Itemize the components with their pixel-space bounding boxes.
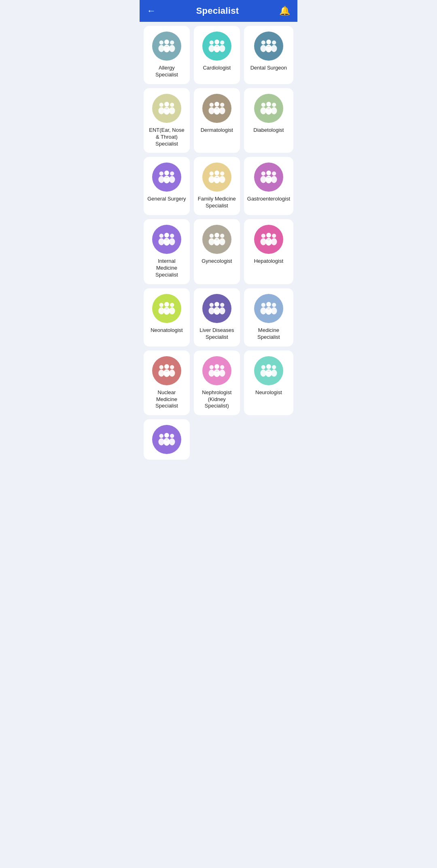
- specialist-icon-liver-diseases: [202, 294, 231, 323]
- svg-point-95: [169, 370, 175, 377]
- svg-point-66: [261, 234, 265, 238]
- specialist-label-gastroenterologist: Gastroenterologist: [247, 196, 290, 203]
- svg-point-64: [220, 234, 224, 238]
- svg-point-15: [265, 44, 272, 52]
- svg-point-112: [170, 434, 174, 438]
- svg-point-73: [158, 307, 164, 315]
- svg-point-87: [265, 307, 272, 315]
- specialist-label-cardiologist: Cardiologist: [203, 65, 231, 72]
- svg-point-82: [220, 303, 224, 307]
- specialist-icon-general-surgery: [152, 163, 181, 192]
- svg-point-0: [159, 40, 163, 44]
- svg-point-98: [214, 364, 219, 369]
- svg-point-54: [159, 234, 163, 238]
- specialist-card-internal-medicine[interactable]: Internal Medicine Specialist: [144, 219, 190, 284]
- svg-point-8: [214, 40, 219, 44]
- svg-point-90: [159, 365, 163, 369]
- svg-point-76: [170, 303, 174, 307]
- specialist-grid: Allergy Specialist Cardiologist Dent: [140, 22, 297, 464]
- specialist-label-hepatologist: Hepatologist: [254, 258, 283, 265]
- svg-point-53: [271, 176, 277, 184]
- specialist-card-nephrologist[interactable]: Nephrologist (Kidney Specialist): [194, 351, 240, 416]
- svg-point-104: [266, 364, 271, 369]
- svg-point-101: [219, 370, 225, 377]
- specialist-label-diabetologist: Diabetologist: [253, 127, 284, 134]
- svg-point-78: [209, 303, 213, 307]
- svg-point-88: [272, 303, 276, 307]
- specialist-card-diabetologist[interactable]: Diabetologist: [244, 88, 293, 153]
- svg-point-63: [214, 238, 220, 246]
- svg-point-89: [271, 307, 277, 315]
- svg-point-27: [214, 107, 220, 114]
- svg-point-17: [271, 45, 277, 52]
- back-button[interactable]: ←: [147, 6, 156, 16]
- specialist-card-dermatologist[interactable]: Dermatologist: [194, 88, 240, 153]
- specialist-card-neonatologist[interactable]: Neonatologist: [144, 288, 190, 346]
- specialist-icon-dermatologist: [202, 94, 231, 123]
- specialist-icon-neurologist: [254, 356, 283, 385]
- svg-point-21: [163, 107, 170, 114]
- specialist-card-cardiologist[interactable]: Cardiologist: [194, 26, 240, 84]
- specialist-label-neurologist: Neurologist: [255, 389, 282, 396]
- specialist-icon-hepatologist: [254, 225, 283, 254]
- svg-point-46: [220, 172, 224, 176]
- svg-point-30: [261, 103, 265, 107]
- svg-point-68: [266, 233, 271, 238]
- svg-point-37: [158, 176, 164, 184]
- specialist-label-family-medicine: Family Medicine Specialist: [197, 196, 237, 209]
- specialist-icon-ent: [152, 94, 181, 123]
- svg-point-45: [214, 176, 220, 184]
- svg-point-83: [219, 307, 225, 315]
- svg-point-71: [271, 238, 277, 245]
- specialist-card-medicine-specialist[interactable]: Medicine Specialist: [244, 288, 293, 346]
- specialist-card-gastroenterologist[interactable]: Gastroenterologist: [244, 157, 293, 215]
- svg-point-40: [170, 172, 174, 176]
- specialist-label-medicine-specialist: Medicine Specialist: [247, 327, 290, 341]
- specialist-card-neurologist[interactable]: Neurologist: [244, 351, 293, 416]
- page-title: Specialist: [196, 6, 239, 16]
- svg-point-109: [158, 438, 164, 446]
- svg-point-113: [169, 438, 175, 446]
- specialist-icon-dental-surgeon: [254, 32, 283, 61]
- svg-point-34: [272, 103, 276, 107]
- specialist-card-liver-diseases[interactable]: Liver Diseases Specialist: [194, 288, 240, 346]
- svg-point-39: [163, 176, 170, 184]
- svg-point-77: [169, 307, 175, 315]
- svg-point-60: [209, 234, 213, 238]
- specialist-card-hepatologist[interactable]: Hepatologist: [244, 219, 293, 284]
- specialist-card-dental-surgeon[interactable]: Dental Surgeon: [244, 26, 293, 84]
- svg-point-74: [164, 302, 169, 307]
- specialist-label-gynecologist: Gynecologist: [202, 258, 232, 265]
- svg-point-100: [220, 365, 224, 369]
- specialist-label-internal-medicine: Internal Medicine Specialist: [147, 258, 187, 279]
- specialist-label-nuclear-medicine: Nuclear Medicine Specialist: [147, 389, 187, 410]
- svg-point-58: [170, 234, 174, 238]
- svg-point-91: [158, 370, 164, 377]
- svg-point-102: [261, 365, 265, 369]
- svg-point-92: [164, 364, 169, 369]
- svg-point-86: [266, 302, 271, 307]
- specialist-label-liver-diseases: Liver Diseases Specialist: [197, 327, 237, 341]
- specialist-card-more[interactable]: [144, 419, 190, 460]
- specialist-label-neonatologist: Neonatologist: [151, 327, 183, 334]
- specialist-card-ent[interactable]: ENT(Ear, Nose & Throat) Specialist: [144, 88, 190, 153]
- specialist-card-gynecologist[interactable]: Gynecologist: [194, 219, 240, 284]
- specialist-card-family-medicine[interactable]: Family Medicine Specialist: [194, 157, 240, 215]
- svg-point-81: [214, 307, 220, 315]
- specialist-icon-medicine-specialist: [254, 294, 283, 323]
- svg-point-28: [220, 103, 224, 107]
- svg-point-48: [261, 172, 265, 176]
- svg-point-59: [169, 238, 175, 245]
- svg-point-93: [163, 369, 170, 377]
- specialist-card-allergy[interactable]: Allergy Specialist: [144, 26, 190, 84]
- specialist-card-nuclear-medicine[interactable]: Nuclear Medicine Specialist: [144, 351, 190, 416]
- svg-point-32: [266, 102, 271, 107]
- svg-point-26: [214, 102, 219, 107]
- specialist-card-general-surgery[interactable]: General Surgery: [144, 157, 190, 215]
- specialist-label-nephrologist: Nephrologist (Kidney Specialist): [197, 389, 237, 410]
- specialist-icon-neonatologist: [152, 294, 181, 323]
- svg-point-65: [219, 238, 225, 245]
- svg-point-75: [163, 307, 170, 315]
- svg-point-51: [265, 176, 272, 184]
- notification-bell-icon[interactable]: 🔔: [279, 6, 290, 16]
